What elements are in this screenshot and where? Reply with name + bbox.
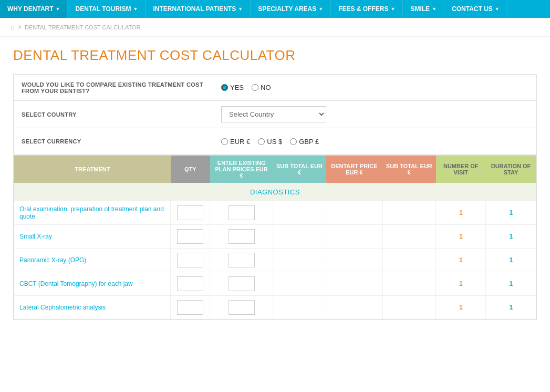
compare-yes-option[interactable]: YES — [221, 84, 244, 91]
table-row: Oral examination, preparation of treatme… — [14, 201, 536, 225]
caret-icon: ▼ — [238, 6, 243, 12]
table-body: DIAGNOSTICS Oral examination, preparatio… — [14, 183, 536, 319]
dentart-price-cell — [326, 249, 382, 272]
enter-price-input[interactable] — [229, 300, 255, 315]
breadcrumb-separator: > — [18, 24, 22, 31]
currency-eur-option[interactable]: EUR € — [221, 138, 250, 146]
th-enter-prices: ENTER EXISTING PLAN PRICES EUR € — [210, 156, 273, 183]
qty-cell — [171, 225, 210, 249]
th-dentart-price: DENTART PRICE EUR € — [326, 156, 382, 183]
table-row: CBCT (Dental Tomography) for each jaw 1 … — [14, 272, 536, 296]
nav-item-smile[interactable]: SMILE ▼ — [403, 0, 444, 18]
calculator-table-wrapper: TREATMENT QTY ENTER EXISTING PLAN PRICES… — [13, 155, 537, 320]
country-row: SELECT COUNTRY Select Country — [14, 101, 536, 128]
main-nav: WHY DENTART ▼ DENTAL TOURISM ▼ INTERNATI… — [0, 0, 550, 18]
num-visit-cell: 1 — [436, 201, 486, 225]
sub-total-1-cell — [273, 201, 326, 225]
breadcrumb: ⌂ > DENTAL TREATMENT COST CALCULATOR — [0, 18, 550, 37]
sub-total-1-cell — [273, 296, 326, 319]
currency-radio-group: EUR € US $ GBP £ — [221, 138, 319, 146]
th-sub-total-2: SUB TOTAL EUR € — [382, 156, 435, 183]
table-row: Lateral Cephalometric analysis 1 1 — [14, 296, 536, 319]
sub-total-2-cell — [382, 201, 435, 225]
currency-eur-radio[interactable] — [221, 138, 228, 145]
duration-cell: 1 — [486, 296, 536, 319]
treatment-name: CBCT (Dental Tomography) for each jaw — [14, 272, 171, 296]
caret-icon: ▼ — [495, 6, 500, 12]
sub-total-1-cell — [273, 225, 326, 249]
table-row: Small X-ray 1 1 — [14, 225, 536, 249]
caret-icon: ▼ — [391, 6, 396, 12]
th-duration: DURATION OF STAY — [486, 156, 536, 183]
qty-input[interactable] — [177, 276, 203, 291]
num-visit-cell: 1 — [436, 249, 486, 272]
nav-item-why-dentart[interactable]: WHY DENTART ▼ — [0, 0, 68, 18]
currency-row: SELECT CURRENCY EUR € US $ GBP £ — [14, 128, 536, 154]
compare-no-radio[interactable] — [252, 84, 258, 91]
nav-item-fees-offers[interactable]: FEES & OFFERS ▼ — [331, 0, 403, 18]
compare-no-option[interactable]: NO — [252, 84, 271, 91]
treatment-name: Panoramic X-ray (OPG) — [14, 249, 171, 272]
enter-price-cell — [210, 249, 273, 272]
compare-row: WOULD YOU LIKE TO COMPARE EXISTING TREAT… — [14, 75, 536, 101]
enter-price-input[interactable] — [229, 229, 255, 244]
currency-controls: EUR € US $ GBP £ — [213, 132, 536, 151]
enter-price-input[interactable] — [229, 276, 255, 291]
nav-item-contact-us[interactable]: CONTACT US ▼ — [444, 0, 507, 18]
caret-icon: ▼ — [318, 6, 323, 12]
th-sub-total-1: SUB TOTAL EUR € — [273, 156, 326, 183]
currency-usd-label: US $ — [267, 138, 282, 146]
enter-price-cell — [210, 201, 273, 225]
country-select[interactable]: Select Country — [221, 106, 326, 122]
currency-gbp-radio[interactable] — [290, 138, 297, 145]
home-icon[interactable]: ⌂ — [11, 23, 15, 31]
num-visit-cell: 1 — [436, 296, 486, 319]
enter-price-input[interactable] — [229, 253, 255, 267]
qty-cell — [171, 249, 210, 272]
duration-cell: 1 — [486, 272, 536, 296]
enter-price-input[interactable] — [229, 205, 255, 220]
breadcrumb-text: DENTAL TREATMENT COST CALCULATOR — [25, 24, 141, 30]
nav-item-international-patients[interactable]: INTERNATIONAL PATIENTS ▼ — [146, 0, 251, 18]
compare-yes-label: YES — [230, 84, 244, 91]
duration-cell: 1 — [486, 249, 536, 272]
qty-cell — [171, 296, 210, 319]
th-qty: QTY — [171, 156, 210, 183]
num-visit-cell: 1 — [436, 225, 486, 249]
form-section: WOULD YOU LIKE TO COMPARE EXISTING TREAT… — [13, 74, 537, 155]
sub-total-2-cell — [382, 249, 435, 272]
num-visit-cell: 1 — [436, 272, 486, 296]
enter-price-cell — [210, 296, 273, 319]
enter-price-cell — [210, 272, 273, 296]
currency-label: SELECT CURRENCY — [14, 133, 213, 150]
section-diagnostics: DIAGNOSTICS — [14, 183, 536, 201]
dentart-price-cell — [326, 272, 382, 296]
treatment-name: Small X-ray — [14, 225, 171, 249]
qty-input[interactable] — [177, 229, 203, 244]
dentart-price-cell — [326, 201, 382, 225]
currency-usd-radio[interactable] — [258, 138, 265, 145]
nav-item-dental-tourism[interactable]: DENTAL TOURISM ▼ — [68, 0, 146, 18]
compare-yes-radio[interactable] — [221, 84, 228, 91]
currency-usd-option[interactable]: US $ — [258, 138, 282, 146]
sub-total-2-cell — [382, 272, 435, 296]
qty-input[interactable] — [177, 253, 203, 267]
qty-input[interactable] — [177, 205, 203, 220]
enter-price-cell — [210, 225, 273, 249]
page-title: DENTAL TREATMENT COST CALCULATOR — [13, 47, 537, 64]
currency-gbp-label: GBP £ — [299, 138, 319, 146]
sub-total-1-cell — [273, 249, 326, 272]
qty-input[interactable] — [177, 300, 203, 315]
dentart-price-cell — [326, 225, 382, 249]
nav-item-specialty-areas[interactable]: SPECIALTY AREAS ▼ — [251, 0, 331, 18]
treatment-name: Lateral Cephalometric analysis — [14, 296, 171, 319]
compare-label: WOULD YOU LIKE TO COMPARE EXISTING TREAT… — [14, 76, 213, 99]
dentart-price-cell — [326, 296, 382, 319]
sub-total-1-cell — [273, 272, 326, 296]
table-row: Panoramic X-ray (OPG) 1 1 — [14, 249, 536, 272]
country-controls: Select Country — [213, 101, 536, 128]
currency-eur-label: EUR € — [230, 138, 250, 146]
currency-gbp-option[interactable]: GBP £ — [290, 138, 319, 146]
sub-total-2-cell — [382, 225, 435, 249]
th-num-visit: NUMBER OF VISIT — [436, 156, 486, 183]
